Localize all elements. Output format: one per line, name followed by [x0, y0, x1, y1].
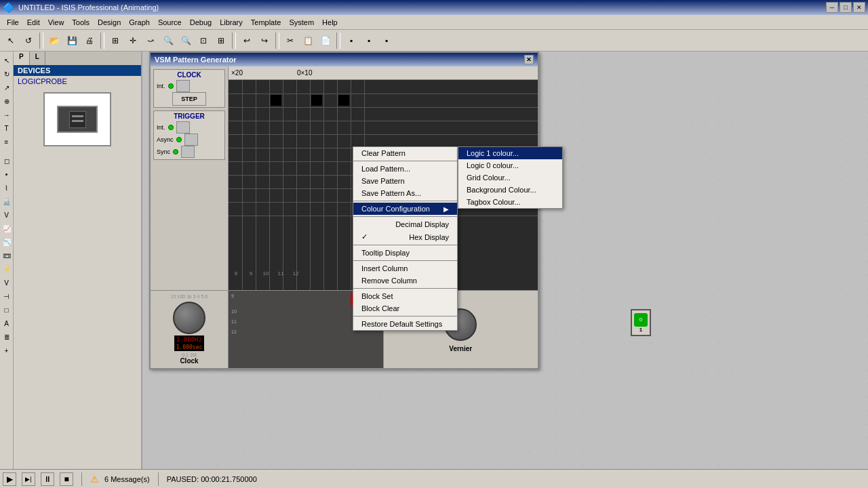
- toolbar-pointer[interactable]: ↖: [3, 33, 19, 49]
- ctx-tooltip-display[interactable]: Tooltip Display: [353, 247, 457, 259]
- tool-junction2[interactable]: •: [1, 168, 13, 180]
- sub-grid-colour[interactable]: Grid Colour...: [458, 171, 562, 184]
- ctx-clear-pattern[interactable]: Clear Pattern: [353, 147, 457, 159]
- ctx-restore-defaults[interactable]: Restore Default Settings: [353, 318, 457, 330]
- app-title: UNTITLED - ISIS Professional (Animating): [18, 3, 159, 12]
- tool-subcir[interactable]: □: [1, 304, 13, 316]
- sub-tagbox-colour[interactable]: Tagbox Colour...: [458, 196, 562, 208]
- ctx-decimal-display[interactable]: Decimal Display: [353, 218, 457, 230]
- toolbar-zoomfit[interactable]: ⊡: [195, 33, 212, 49]
- toolbar-refresh[interactable]: ↺: [20, 33, 37, 49]
- toolbar-open[interactable]: 📂: [46, 33, 62, 49]
- sub-logic1-colour[interactable]: Logic 1 colour...: [458, 147, 562, 159]
- play-step-button[interactable]: ▶|: [22, 472, 35, 486]
- toolbar-print[interactable]: 🖨: [81, 33, 98, 49]
- toolbar-zoomsel[interactable]: ⊞: [213, 33, 229, 49]
- ctx-colour-config[interactable]: Colour Configuration ▶: [353, 203, 457, 215]
- toolbar-save[interactable]: 💾: [64, 33, 80, 49]
- sidebar-tab-l[interactable]: L: [30, 52, 45, 65]
- ctx-insert-column[interactable]: Insert Column: [353, 262, 457, 274]
- maximize-button[interactable]: □: [840, 2, 852, 13]
- tool-volt[interactable]: V: [1, 277, 13, 289]
- play-button[interactable]: ▶: [3, 472, 16, 486]
- menu-design[interactable]: Design: [94, 17, 125, 28]
- grid-num-2: 10: [258, 270, 273, 277]
- freq-label-3: 3: [193, 294, 196, 299]
- menu-help[interactable]: Help: [318, 17, 342, 28]
- toolbar-cut[interactable]: ✂: [282, 33, 298, 49]
- tool-connect[interactable]: ↻: [1, 68, 13, 80]
- ctx-save-pattern-as[interactable]: Save Pattern As...: [353, 187, 457, 199]
- ctx-block-set[interactable]: Block Set: [353, 290, 457, 302]
- menu-tools[interactable]: Tools: [68, 17, 94, 28]
- tool-tape[interactable]: 📼: [1, 249, 13, 262]
- pause-button[interactable]: ⏸: [41, 472, 54, 486]
- toolbar-paste[interactable]: 📄: [317, 33, 334, 49]
- vsm-close-button[interactable]: ✕: [524, 55, 534, 64]
- tool-bus[interactable]: ↗: [1, 81, 13, 94]
- cell-2[interactable]: [311, 95, 322, 106]
- sub-background-colour[interactable]: Background Colour...: [458, 184, 562, 196]
- ctx-hex-display[interactable]: ✓ Hex Display: [353, 230, 457, 243]
- tool-text2[interactable]: A: [1, 317, 13, 329]
- clock-int-label: Int.: [157, 83, 165, 89]
- menu-view[interactable]: View: [44, 17, 68, 28]
- menu-system[interactable]: System: [285, 17, 318, 28]
- toolbar-block2[interactable]: ▪: [361, 33, 377, 49]
- tool-probe[interactable]: 🔬: [1, 195, 13, 207]
- ctx-save-pattern[interactable]: Save Pattern: [353, 175, 457, 187]
- menu-library[interactable]: Library: [216, 17, 247, 28]
- tool-graph2[interactable]: 📉: [1, 236, 13, 248]
- menu-debug[interactable]: Debug: [186, 17, 216, 28]
- ctx-clear-pattern-label: Clear Pattern: [361, 149, 406, 157]
- tool-bus2[interactable]: ≡: [1, 136, 13, 148]
- ctx-sep4: [353, 245, 457, 245]
- tool-virtual[interactable]: V: [1, 209, 13, 221]
- toolbar-block3[interactable]: ▪: [378, 33, 395, 49]
- toolbar-undo[interactable]: ↩: [239, 33, 255, 49]
- sidebar-item-logicprobe[interactable]: LOGICPROBE: [14, 76, 141, 87]
- tool-wire[interactable]: ⌇: [1, 182, 13, 194]
- tool-gen[interactable]: ⚡: [1, 263, 13, 275]
- toolbar-cross[interactable]: ✛: [125, 33, 141, 49]
- toolbar-zoomout[interactable]: 🔍: [178, 33, 194, 49]
- logicprobe-component[interactable]: 0 1: [631, 309, 651, 336]
- tool-component[interactable]: ◻: [1, 155, 13, 167]
- ctx-load-pattern[interactable]: Load Pattern...: [353, 163, 457, 175]
- toolbar-redo[interactable]: ↪: [256, 33, 273, 49]
- stop-button[interactable]: ■: [60, 472, 73, 486]
- menu-source[interactable]: Source: [154, 17, 186, 28]
- minimize-button[interactable]: ─: [826, 2, 838, 13]
- ctx-colour-arrow: ▶: [443, 205, 449, 213]
- clock-knob[interactable]: [173, 302, 205, 334]
- ctx-block-clear[interactable]: Block Clear: [353, 302, 457, 314]
- menu-template[interactable]: Template: [247, 17, 285, 28]
- toolbar-grid[interactable]: ⊞: [107, 33, 123, 49]
- clock-section: CLOCK Int. STEP: [153, 69, 225, 108]
- close-button[interactable]: ✕: [853, 2, 865, 13]
- toolbar-wire[interactable]: ⤻: [142, 33, 159, 49]
- canvas-area[interactable]: 🕐 Clock 0 1 VSM Pattern Generator ✕: [142, 52, 868, 469]
- menu-graph[interactable]: Graph: [125, 17, 154, 28]
- clock-freq-display: 1.000Hz: [174, 336, 204, 344]
- tool-term[interactable]: ⊣: [1, 290, 13, 302]
- tool-text[interactable]: T: [1, 122, 13, 134]
- tool-pointer[interactable]: ↖: [1, 54, 13, 66]
- tool-marker[interactable]: ≣: [1, 331, 13, 343]
- step-button[interactable]: STEP: [172, 92, 206, 106]
- menu-file[interactable]: File: [3, 17, 23, 28]
- toolbar-zoomin[interactable]: 🔍: [160, 33, 176, 49]
- tool-junction[interactable]: ⊕: [1, 95, 13, 107]
- sub-logic0-colour[interactable]: Logic 0 colour...: [458, 159, 562, 171]
- cell-3[interactable]: [338, 95, 349, 106]
- tool-graph1[interactable]: 📈: [1, 222, 13, 235]
- ctx-remove-column[interactable]: Remove Column: [353, 274, 457, 287]
- toolbar-copy[interactable]: 📋: [300, 33, 316, 49]
- sidebar-tab-p[interactable]: P: [14, 52, 30, 65]
- tool-add[interactable]: +: [1, 344, 13, 357]
- toolbar-block1[interactable]: ▪: [343, 33, 359, 49]
- cell-1[interactable]: [271, 95, 281, 106]
- tool-label[interactable]: →: [1, 108, 13, 121]
- toolbar-sep2: [100, 33, 104, 49]
- menu-edit[interactable]: Edit: [23, 17, 44, 28]
